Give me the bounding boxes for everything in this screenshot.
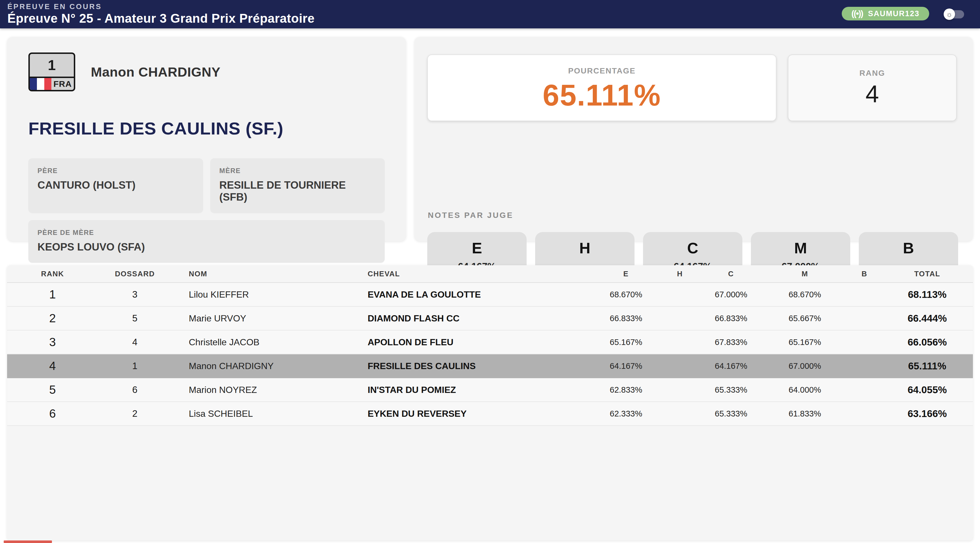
cell-e: 62.333% (592, 409, 660, 418)
col-header-nom: NOM (172, 270, 359, 278)
cell-total: 65.111% (881, 360, 973, 372)
judge-letter: H (579, 239, 590, 257)
cell-nom: Christelle JACOB (172, 337, 359, 348)
cell-nom: Marie URVOY (172, 313, 359, 324)
cell-total: 66.056% (881, 337, 973, 348)
col-header-e: E (592, 270, 660, 278)
col-header-dossard: DOSSARD (98, 270, 172, 278)
table-row: 6 2 Lisa SCHEIBEL EYKEN DU REVERSEY 62.3… (7, 402, 973, 426)
sire-label: PÈRE (38, 167, 194, 175)
rider-number-badge: 1 FRA (29, 52, 75, 91)
cell-m: 67.000% (762, 362, 848, 371)
damsire-label: PÈRE DE MÈRE (38, 229, 375, 237)
cell-cheval: IN'STAR DU POMIEZ (359, 385, 592, 395)
event-title: Épreuve N° 25 - Amateur 3 Grand Prix Pré… (7, 11, 315, 25)
cell-total: 68.113% (881, 289, 973, 300)
cell-nom: Manon CHARDIGNY (172, 361, 359, 372)
cell-nom: Lilou KIEFFER (172, 289, 359, 300)
pedigree-section: PÈRE CANTURO (HOLST) MÈRE RESILLE DE TOU… (29, 158, 385, 263)
france-flag-icon (30, 78, 51, 90)
toggle-knob: ☼ (943, 8, 955, 20)
cell-e: 64.167% (592, 362, 660, 371)
cell-c: 65.333% (700, 385, 762, 395)
cell-rank: 4 (7, 359, 98, 373)
cell-dossard: 3 (98, 289, 172, 300)
percentage-value: 65.111% (543, 78, 661, 112)
cell-m: 65.667% (762, 314, 848, 323)
sun-icon: ☼ (946, 11, 953, 18)
cell-c: 65.333% (700, 409, 762, 418)
col-header-rank: RANK (7, 270, 98, 278)
cell-dossard: 6 (98, 384, 172, 395)
cell-total: 66.444% (881, 313, 973, 324)
cell-cheval: APOLLON DE FLEU (359, 337, 592, 348)
cell-c: 64.167% (700, 362, 762, 371)
rider-country-strip: FRA (30, 76, 74, 90)
cell-total: 63.166% (881, 408, 973, 419)
cell-c: 67.833% (700, 338, 762, 347)
cell-m: 68.670% (762, 290, 848, 299)
table-header-row: RANK DOSSARD NOM CHEVAL E H C M B TOTAL (7, 265, 973, 283)
rank-label: RANG (859, 69, 885, 78)
dam-box: MÈRE RESILLE DE TOURNIERE (SFB) (210, 158, 385, 213)
sire-value: CANTURO (HOLST) (38, 179, 194, 191)
scroll-progress-bar[interactable] (4, 540, 52, 543)
live-channel-label: SAUMUR123 (868, 10, 920, 18)
col-header-h: H (660, 270, 700, 278)
theme-toggle[interactable]: ☼ (943, 8, 964, 20)
cell-rank: 6 (7, 407, 98, 421)
live-channel-badge[interactable]: ((•)) SAUMUR123 (842, 7, 929, 21)
cell-nom: Marion NOYREZ (172, 385, 359, 395)
judge-letter: B (903, 239, 914, 257)
rider-name: Manon CHARDIGNY (91, 64, 221, 80)
col-header-total: TOTAL (881, 270, 973, 278)
cell-dossard: 4 (98, 337, 172, 348)
cell-dossard: 2 (98, 408, 172, 419)
cell-dossard: 1 (98, 360, 172, 372)
rider-number: 1 (30, 54, 74, 76)
sire-box: PÈRE CANTURO (HOLST) (29, 158, 203, 213)
cell-cheval: EVANA DE LA GOULOTTE (359, 289, 592, 300)
cell-dossard: 5 (98, 313, 172, 324)
cell-c: 66.833% (700, 314, 762, 323)
event-status-label: ÉPREUVE EN COURS (7, 2, 102, 11)
dam-value: RESILLE DE TOURNIERE (SFB) (220, 179, 376, 203)
judge-letter: C (687, 239, 698, 257)
cell-rank: 5 (7, 383, 98, 397)
table-row: 3 4 Christelle JACOB APOLLON DE FLEU 65.… (7, 330, 973, 354)
score-card: POURCENTAGE 65.111% RANG 4 NOTES PAR JUG… (415, 37, 973, 241)
cell-c: 67.000% (700, 290, 762, 299)
rank-card: RANG 4 (788, 54, 957, 121)
cell-e: 65.167% (592, 338, 660, 347)
cell-rank: 2 (7, 311, 98, 325)
judge-letter: M (794, 239, 807, 257)
damsire-value: KEOPS LOUVO (SFA) (38, 241, 375, 253)
cell-e: 62.833% (592, 385, 660, 395)
col-header-b: B (848, 270, 881, 278)
broadcast-icon: ((•)) (851, 10, 863, 18)
rider-head: 1 FRA Manon CHARDIGNY (29, 52, 385, 91)
col-header-c: C (700, 270, 762, 278)
table-row: 5 6 Marion NOYREZ IN'STAR DU POMIEZ 62.8… (7, 378, 973, 402)
cell-rank: 3 (7, 335, 98, 349)
table-row: 1 3 Lilou KIEFFER EVANA DE LA GOULOTTE 6… (7, 283, 973, 307)
cell-nom: Lisa SCHEIBEL (172, 408, 359, 419)
rank-value: 4 (865, 80, 879, 108)
cell-e: 66.833% (592, 314, 660, 323)
cell-rank: 1 (7, 288, 98, 301)
judges-section-label: NOTES PAR JUGE (428, 211, 513, 220)
rider-card: 1 FRA Manon CHARDIGNY FRESILLE DES CAULI… (7, 37, 406, 241)
percentage-card: POURCENTAGE 65.111% (427, 54, 776, 121)
percentage-label: POURCENTAGE (568, 67, 636, 75)
table-row: 2 5 Marie URVOY DIAMOND FLASH CC 66.833%… (7, 307, 973, 330)
top-bar: ÉPREUVE EN COURS Épreuve N° 25 - Amateur… (0, 0, 980, 29)
damsire-box: PÈRE DE MÈRE KEOPS LOUVO (SFA) (29, 220, 385, 263)
cell-cheval: EYKEN DU REVERSEY (359, 408, 592, 419)
judge-letter: E (472, 239, 482, 257)
cell-cheval: DIAMOND FLASH CC (359, 313, 592, 324)
cell-cheval: FRESILLE DES CAULINS (359, 361, 592, 372)
cell-m: 65.167% (762, 338, 848, 347)
col-header-m: M (762, 270, 848, 278)
cell-m: 61.833% (762, 409, 848, 418)
col-header-cheval: CHEVAL (359, 270, 592, 278)
